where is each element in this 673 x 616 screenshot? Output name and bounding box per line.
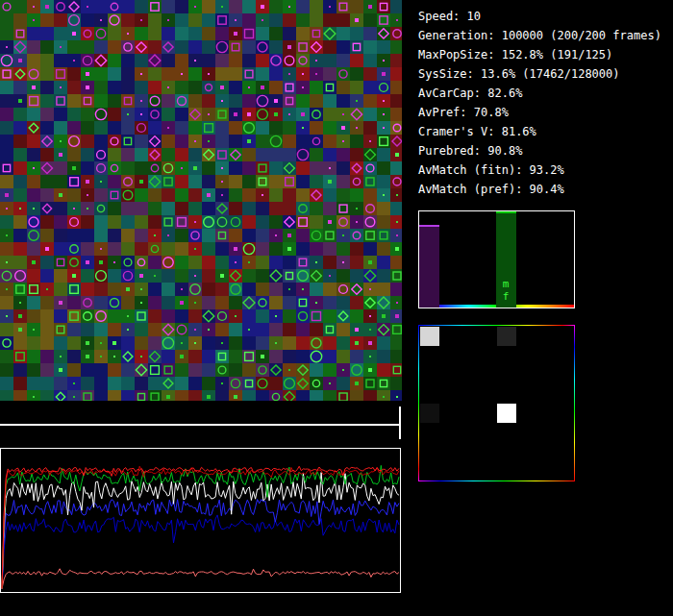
matrix-cell xyxy=(497,327,516,346)
matrix-hue-border-top xyxy=(418,325,575,326)
stat-line: Speed: 10 xyxy=(418,7,661,26)
stat-line: SysSize: 13.6% (17462/128000) xyxy=(418,64,661,84)
matrix-cell xyxy=(497,404,516,423)
frame-progress-cursor xyxy=(399,407,401,439)
stat-line: AvPref: 70.8% xyxy=(418,103,661,122)
chart-series-blue-low xyxy=(2,515,399,589)
stat-line: Generation: 100000 (200/200 frames) xyxy=(418,26,661,45)
male-female-label: m f xyxy=(496,278,516,303)
matrix-cell xyxy=(420,327,439,346)
history-chart xyxy=(0,448,401,593)
histogram-bar xyxy=(419,225,439,308)
sex-histogram: m f xyxy=(418,210,575,308)
stat-line: AvCarCap: 82.6% xyxy=(418,84,661,103)
stats-panel: Speed: 10Generation: 100000 (200/200 fra… xyxy=(418,7,661,199)
chart-series-sys-size xyxy=(2,569,399,589)
world-grid-viewport xyxy=(0,0,402,401)
stat-line: Cramer's V: 81.6% xyxy=(418,122,661,141)
history-chart-canvas xyxy=(1,449,400,592)
stat-line: AvMatch (pref): 90.4% xyxy=(418,180,661,199)
trait-matrix xyxy=(418,325,575,481)
matrix-hue-border-bottom xyxy=(418,480,575,481)
stat-line: AvMatch (fitn): 93.2% xyxy=(418,160,661,180)
stat-line: Purebred: 90.8% xyxy=(418,141,661,160)
matrix-hue-border-right xyxy=(574,325,575,481)
matrix-cell xyxy=(420,404,439,423)
matrix-hue-border-left xyxy=(418,325,419,481)
frame-progress-bar xyxy=(0,424,399,426)
chart-series-blue-high xyxy=(2,500,399,589)
stat-line: MaxPopSize: 152.8% (191/125) xyxy=(418,45,661,64)
world-grid-canvas xyxy=(0,0,402,401)
